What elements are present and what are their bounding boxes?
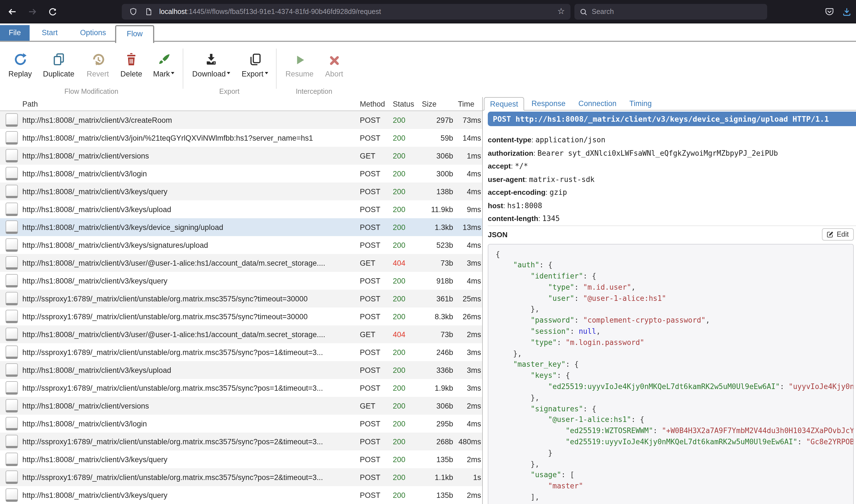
detail-tab-connection[interactable]: Connection: [573, 97, 622, 110]
flow-method: POST: [358, 241, 391, 249]
url-bar[interactable]: localhost:1445/#/flows/fba5f13d-91e1-437…: [122, 4, 570, 20]
reload-icon: [48, 7, 57, 16]
flow-status: 200: [391, 241, 420, 249]
flow-row[interactable]: http://ssproxy1:6789/_matrix/client/unst…: [0, 379, 482, 397]
request-header[interactable]: authorization: Bearer syt_dXNlci0xLWFsaW…: [488, 146, 856, 159]
resume-button[interactable]: Resume: [285, 51, 314, 78]
menu-tab-file[interactable]: File: [0, 25, 30, 41]
flow-size: 306b: [420, 401, 456, 410]
flow-size: 361b: [420, 294, 456, 303]
column-header-method[interactable]: Method: [358, 100, 391, 108]
edit-button[interactable]: Edit: [822, 228, 854, 240]
request-header[interactable]: accept: */*: [488, 159, 856, 172]
flow-row[interactable]: http://hs1:8008/_matrix/client/v3/keys/q…: [0, 450, 482, 468]
flow-time: 73ms: [456, 116, 482, 124]
forward-button[interactable]: [24, 4, 40, 20]
reload-button[interactable]: [45, 4, 61, 20]
flow-row[interactable]: http://hs1:8008/_matrix/client/v3/user/@…: [0, 254, 482, 272]
column-header-size[interactable]: Size: [420, 100, 456, 108]
group-label-export: Export: [183, 88, 276, 95]
flow-path: http://hs1:8008/_matrix/client/v3/login: [20, 419, 358, 428]
abort-button[interactable]: Abort: [321, 51, 347, 78]
delete-button[interactable]: Delete: [118, 51, 145, 78]
flow-icon: [5, 149, 18, 162]
flow-icon: [5, 345, 18, 359]
flow-row[interactable]: http://hs1:8008/_matrix/client/v3/keys/q…: [0, 486, 482, 504]
flow-status: 200: [391, 276, 420, 285]
flow-row[interactable]: http://hs1:8008/_matrix/client/v3/keys/d…: [0, 218, 482, 236]
flow-status: 200: [391, 151, 420, 160]
flow-row[interactable]: http://ssproxy1:6789/_matrix/client/unst…: [0, 290, 482, 308]
flow-status: 200: [391, 116, 420, 124]
flow-status: 404: [391, 259, 420, 267]
column-header-status[interactable]: Status: [391, 100, 420, 108]
flow-method: POST: [358, 348, 391, 356]
flow-row[interactable]: http://hs1:8008/_matrix/client/v3/loginP…: [0, 415, 482, 433]
flow-method: GET: [358, 259, 391, 267]
flow-path: http://ssproxy1:6789/_matrix/client/unst…: [20, 294, 358, 303]
detail-tab-request[interactable]: Request: [484, 97, 525, 110]
request-header[interactable]: user-agent: matrix-rust-sdk: [488, 172, 856, 185]
flow-size: 523b: [420, 241, 456, 249]
column-header-time[interactable]: Time: [456, 100, 482, 108]
flow-status: 200: [391, 491, 420, 499]
flow-row[interactable]: http://ssproxy1:6789/_matrix/client/unst…: [0, 343, 482, 361]
divider: [488, 225, 856, 226]
export-button[interactable]: Export: [237, 51, 273, 78]
flow-method: POST: [358, 473, 391, 481]
flow-row[interactable]: http://ssproxy1:6789/_matrix/client/unst…: [0, 468, 482, 486]
duplicate-button[interactable]: Duplicate: [38, 51, 79, 78]
pocket-icon[interactable]: [825, 7, 834, 16]
flow-path: http://hs1:8008/_matrix/client/v3/user/@…: [20, 259, 358, 267]
search-bar[interactable]: Search: [575, 4, 767, 20]
bookmark-star-icon[interactable]: ☆: [557, 6, 565, 16]
flow-icon: [5, 256, 18, 270]
download-button[interactable]: Download: [190, 51, 232, 78]
mark-button[interactable]: Mark: [148, 51, 179, 78]
detail-tab-timing[interactable]: Timing: [624, 97, 657, 110]
flow-row[interactable]: http://hs1:8008/_matrix/client/v3/keys/u…: [0, 361, 482, 379]
downloads-icon[interactable]: [842, 7, 852, 16]
flow-size: 59b: [420, 134, 456, 142]
flow-row[interactable]: http://hs1:8008/_matrix/client/versionsG…: [0, 397, 482, 415]
menu-tab-start[interactable]: Start: [34, 25, 65, 41]
group-label-flow-modification: Flow Modification: [0, 88, 183, 95]
flow-row[interactable]: http://hs1:8008/_matrix/client/v3/keys/q…: [0, 182, 482, 200]
flow-row[interactable]: http://ssproxy1:6789/_matrix/client/unst…: [0, 433, 482, 450]
flow-time: 14ms: [456, 134, 482, 142]
back-icon: [8, 7, 17, 16]
flow-row[interactable]: http://ssproxy1:6789/_matrix/client/unst…: [0, 308, 482, 325]
menu-tab-options[interactable]: Options: [73, 25, 114, 41]
flow-row[interactable]: http://hs1:8008/_matrix/client/v3/join/%…: [0, 129, 482, 147]
flow-list: Path Method Status Size Time http://hs1:…: [0, 97, 483, 504]
back-button[interactable]: [4, 4, 20, 20]
shield-icon[interactable]: [129, 7, 137, 16]
flow-row[interactable]: http://hs1:8008/_matrix/client/v3/user/@…: [0, 325, 482, 343]
search-placeholder: Search: [592, 8, 614, 16]
flow-time: 4ms: [456, 276, 482, 285]
flow-row[interactable]: http://hs1:8008/_matrix/client/v3/keys/q…: [0, 272, 482, 290]
flow-size: 300b: [420, 169, 456, 178]
column-header-path[interactable]: Path: [20, 100, 358, 108]
flow-row[interactable]: http://hs1:8008/_matrix/client/v3/keys/u…: [0, 200, 482, 218]
flow-size: 1.1kb: [420, 473, 456, 481]
replay-button[interactable]: Replay: [4, 51, 36, 78]
flow-time: 1s: [456, 473, 482, 481]
revert-button[interactable]: Revert: [84, 51, 111, 78]
detail-tab-response[interactable]: Response: [526, 97, 571, 110]
request-header[interactable]: content-type: application/json: [488, 133, 856, 146]
page-info-icon[interactable]: [145, 7, 153, 16]
flow-time: 2ms: [456, 455, 482, 464]
flow-time: 4ms: [456, 169, 482, 178]
flow-path: http://hs1:8008/_matrix/client/v3/join/%…: [20, 134, 358, 142]
flow-row[interactable]: http://hs1:8008/_matrix/client/versionsG…: [0, 147, 482, 165]
request-header[interactable]: host: hs1:8008: [488, 198, 856, 212]
caret-down-icon: [264, 72, 268, 76]
request-header[interactable]: content-length: 1345: [488, 212, 856, 224]
menu-tab-flow[interactable]: Flow: [115, 25, 154, 43]
flow-row[interactable]: http://hs1:8008/_matrix/client/v3/keys/s…: [0, 236, 482, 254]
request-header[interactable]: accept-encoding: gzip: [488, 185, 856, 198]
flow-path: http://ssproxy1:6789/_matrix/client/unst…: [20, 437, 358, 446]
flow-row[interactable]: http://hs1:8008/_matrix/client/v3/create…: [0, 111, 482, 129]
flow-row[interactable]: http://hs1:8008/_matrix/client/v3/loginP…: [0, 165, 482, 182]
